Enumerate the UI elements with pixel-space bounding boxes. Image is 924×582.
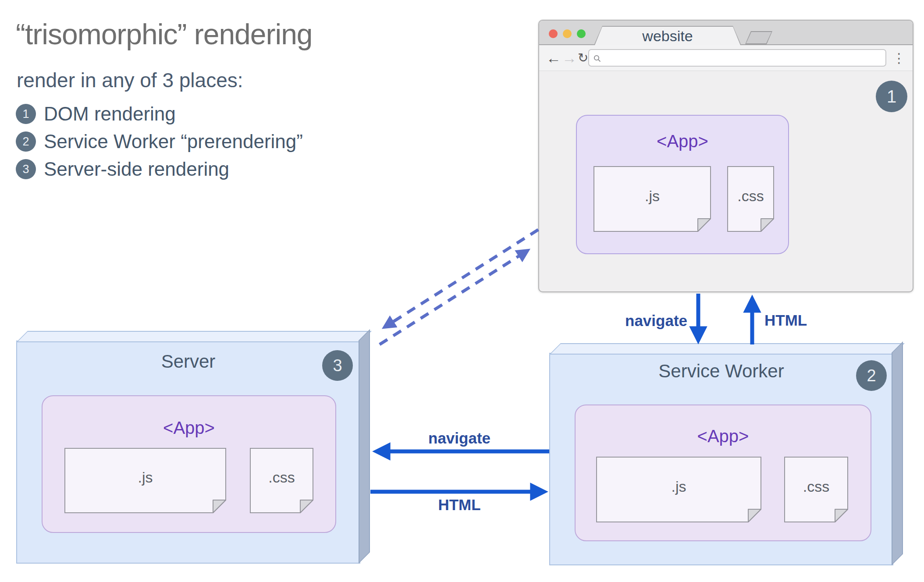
js-file-label: .js [593,166,711,232]
search-icon [593,54,602,65]
js-file-label: .js [596,457,761,522]
app-component-label: <App> [43,418,335,438]
service-worker-title: Service Worker [550,361,892,382]
server-box: Server 3 <App> .js .css [16,341,360,564]
diagram-subtitle: render in any of 3 places: [17,68,243,92]
browser-app-box: <App> .js .css [576,115,789,254]
menu-icon[interactable]: ⋮ [892,45,906,71]
forward-icon[interactable]: → [562,45,577,71]
render-places-list: 1 DOM rendering 2 Service Worker “preren… [16,103,303,181]
html-up-label: HTML [764,312,807,329]
js-file-icon: .js [64,448,226,513]
list-item-label: DOM rendering [44,103,176,125]
navigate-left-label: navigate [416,429,503,447]
list-item: 2 Service Worker “prerendering” [16,130,303,153]
address-bar[interactable] [588,49,886,67]
css-file-label: .css [250,448,313,513]
number-badge-1: 1 [16,104,36,124]
js-file-icon: .js [596,457,761,522]
service-worker-box: Service Worker 2 <App> .js .css [549,353,893,565]
navigate-down-label: navigate [583,312,687,330]
dashed-arrow-to-server [385,230,538,327]
maximize-window-icon[interactable] [577,29,586,38]
app-component-label: <App> [576,426,871,446]
css-file-icon: .css [784,457,848,522]
diagram-title: “trisomorphic” rendering [16,18,313,51]
html-right-label: HTML [416,496,503,514]
list-item-label: Service Worker “prerendering” [44,131,303,153]
browser-tab[interactable]: website [594,26,741,45]
new-tab-button-face [746,32,771,43]
browser-toolbar: ← → ↻ ⋮ [539,45,913,71]
tab-title: website [642,28,693,45]
step-badge-browser: 1 [876,81,907,112]
browser-title-bar: website [539,21,913,45]
css-file-icon: .css [727,166,774,232]
diagram-canvas: “trisomorphic” rendering render in any o… [0,0,924,582]
js-file-icon: .js [593,166,711,232]
app-component-label: <App> [577,131,788,151]
server-app-box: <App> .js .css [42,395,336,533]
list-item: 1 DOM rendering [16,103,303,125]
css-file-label: .css [727,166,774,232]
css-file-label: .css [784,457,848,522]
js-file-label: .js [64,448,226,513]
reload-icon[interactable]: ↻ [578,45,588,71]
number-badge-2: 2 [16,131,36,152]
back-icon[interactable]: ← [546,45,561,71]
list-item-label: Server-side rendering [44,158,229,180]
css-file-icon: .css [250,448,313,513]
close-window-icon[interactable] [549,29,558,38]
service-worker-app-box: <App> .js .css [575,405,871,541]
number-badge-3: 3 [16,159,36,179]
browser-tab-face: website [595,27,740,45]
list-item: 3 Server-side rendering [16,158,303,181]
dashed-arrow-to-browser [380,251,527,344]
browser-window: website ← → ↻ ⋮ 1 <App> .js [538,20,913,292]
step-badge-server: 3 [322,350,353,381]
new-tab-button[interactable] [745,31,772,44]
step-badge-service-worker: 2 [856,360,887,391]
server-title: Server [17,351,359,372]
minimize-window-icon[interactable] [563,29,572,38]
